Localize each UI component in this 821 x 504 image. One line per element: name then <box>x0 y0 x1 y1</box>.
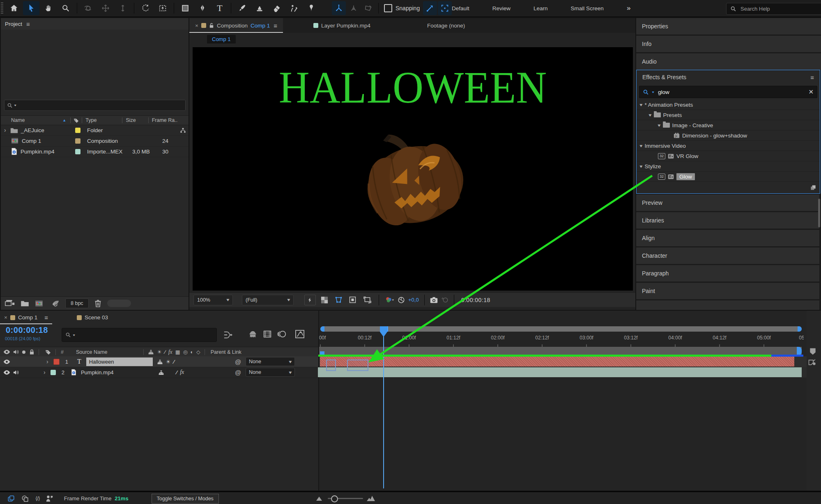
pan-camera-tool-icon[interactable] <box>97 1 114 15</box>
mask-visibility-icon[interactable] <box>333 295 344 305</box>
comp-marker-icon[interactable] <box>808 358 816 367</box>
project-row-pumpkin[interactable]: Pumpkin.mp4 Importe...MEX 3,0 MB 30 <box>1 146 189 157</box>
exposure-reset-icon[interactable] <box>398 296 405 304</box>
close-icon[interactable]: × <box>195 23 198 29</box>
color-depth-button[interactable]: 8 bpc <box>65 298 89 308</box>
composition-navigator-icon[interactable] <box>7 495 15 502</box>
zoom-tool-icon[interactable] <box>57 1 74 15</box>
expand-chevron-icon[interactable]: › <box>46 358 48 365</box>
quality-switch-icon[interactable]: ∕ <box>176 369 177 376</box>
exposure-value[interactable]: +0,0 <box>408 297 419 303</box>
project-row-comp1[interactable]: Comp 1 Composition 24 <box>1 135 189 147</box>
flowchart-icon[interactable] <box>180 127 186 133</box>
effects-search-input[interactable] <box>657 89 805 96</box>
toolbar-grip[interactable] <box>1 2 3 15</box>
expand-chevron-icon[interactable]: › <box>4 127 6 133</box>
panel-align[interactable]: Align <box>636 230 819 246</box>
column-name[interactable]: Name <box>11 117 25 123</box>
tab-footage[interactable]: Footage (none) <box>421 18 471 33</box>
panel-info[interactable]: Info <box>636 36 821 52</box>
resolution-dropdown[interactable]: (Full)▾ <box>242 295 294 305</box>
panel-menu-icon[interactable]: ≡ <box>26 21 30 27</box>
world-axis-mode-icon[interactable] <box>347 1 361 15</box>
pen-tool-icon[interactable] <box>194 1 211 15</box>
audio-column-icon[interactable] <box>13 349 19 355</box>
label-swatch-teal[interactable] <box>75 149 80 154</box>
new-preset-corner-icon[interactable] <box>810 184 816 191</box>
pickwhip-icon[interactable]: @ <box>235 358 241 365</box>
timeline-tab-scene03[interactable]: Scene 03 <box>73 311 112 324</box>
navigator-start-handle[interactable] <box>320 326 324 332</box>
orbit-camera-tool-icon[interactable] <box>80 1 97 15</box>
shy-switch-icon[interactable] <box>158 370 164 375</box>
snapping-control[interactable]: Snapping <box>384 4 420 12</box>
selection-tool-icon[interactable] <box>23 1 39 15</box>
project-search-input[interactable] <box>18 102 183 109</box>
snapshot-camera-icon[interactable] <box>430 297 438 303</box>
parent-dropdown[interactable]: None▾ <box>246 357 295 366</box>
fx-switch-icon[interactable]: fx <box>180 369 184 376</box>
timeline-tab-comp1[interactable]: × Comp 1 ≡ <box>0 311 52 324</box>
collapse-chevron-icon[interactable]: ▾ <box>639 164 642 169</box>
panel-paragraph[interactable]: Paragraph <box>636 265 819 282</box>
panel-scrollbar[interactable] <box>818 199 820 227</box>
timeline-search-input[interactable] <box>77 332 213 339</box>
panel-preview[interactable]: Preview <box>636 195 819 211</box>
snap-beyond-edges-icon[interactable] <box>438 1 452 15</box>
parent-dropdown[interactable]: None▾ <box>246 368 295 377</box>
zoom-out-mountain-icon[interactable] <box>316 497 322 501</box>
project-row-aejuice[interactable]: › _AEJuice Folder <box>1 125 189 136</box>
video-visibility-column-icon[interactable] <box>3 349 10 355</box>
solo-column-icon[interactable] <box>22 350 26 354</box>
panel-clipped[interactable] <box>636 300 819 310</box>
time-navigator[interactable] <box>320 326 802 332</box>
work-area-start-handle[interactable] <box>320 351 324 355</box>
snapping-checkbox[interactable] <box>384 4 392 12</box>
timeline-zoom-knob[interactable] <box>331 495 338 502</box>
column-source-name[interactable]: Source Name <box>76 349 107 355</box>
help-search-input[interactable] <box>740 5 807 12</box>
eye-icon[interactable] <box>3 359 10 364</box>
layer-row-halloween[interactable]: › 1 T Halloween ☀ ∕ @ None▾ <box>0 356 318 367</box>
help-search-field[interactable] <box>726 3 821 15</box>
tree-item-immersive-video[interactable]: ▾ Immersive Video <box>637 141 820 151</box>
quality-switch-icon[interactable]: ∕ <box>173 359 174 365</box>
camera-region-tool-icon[interactable] <box>154 1 171 15</box>
pickwhip-icon[interactable]: @ <box>235 369 241 376</box>
panel-character[interactable]: Character <box>636 247 819 264</box>
panel-menu-icon[interactable]: ≡ <box>810 74 814 81</box>
layer-row-pumpkin[interactable]: › 2 Pumpkin.mp4 ∕ fx @ None▾ <box>0 367 318 378</box>
track-row-pumpkin[interactable] <box>319 367 807 378</box>
label-column-icon[interactable] <box>45 349 51 355</box>
label-swatch-teal[interactable] <box>51 370 56 375</box>
clear-search-icon[interactable]: ✕ <box>808 88 814 96</box>
layer-switches[interactable]: ☀ ∕ <box>157 359 175 365</box>
search-options-caret-icon[interactable]: ▾ <box>652 90 654 94</box>
speech-person-icon[interactable] <box>46 495 53 502</box>
render-engine-icon[interactable] <box>51 299 60 307</box>
puppet-pin-tool-icon[interactable] <box>303 1 320 15</box>
trash-icon[interactable] <box>94 300 101 307</box>
workspace-tab-review[interactable]: Review <box>492 5 511 11</box>
frame-blending-icon[interactable] <box>263 330 272 339</box>
rectangle-tool-icon[interactable] <box>177 1 193 15</box>
home-icon[interactable] <box>6 1 22 15</box>
tree-label-selected[interactable]: Glow <box>676 173 695 180</box>
work-area-end-handle[interactable] <box>797 347 802 355</box>
keyframe-selection-box[interactable] <box>347 360 368 371</box>
interpret-footage-icon[interactable] <box>5 300 15 307</box>
preview-timecode[interactable]: 0:00:00:18 <box>461 297 490 303</box>
snap-along-edges-icon[interactable] <box>423 1 437 15</box>
column-index[interactable]: # <box>61 349 64 355</box>
close-icon[interactable]: × <box>4 314 7 321</box>
fast-previews-icon[interactable] <box>304 295 316 305</box>
eye-icon[interactable] <box>3 370 10 375</box>
track-row-halloween[interactable] <box>319 356 807 367</box>
panel-paint[interactable]: Paint <box>636 283 819 299</box>
region-of-interest-icon[interactable] <box>347 295 358 305</box>
local-axis-mode-icon[interactable] <box>332 1 346 15</box>
expand-chevron-icon[interactable]: › <box>44 369 46 376</box>
project-panel-header[interactable]: Project ≡ <box>1 18 189 30</box>
column-size[interactable]: Size <box>126 117 136 123</box>
collapse-chevron-icon[interactable]: ▾ <box>639 102 642 108</box>
